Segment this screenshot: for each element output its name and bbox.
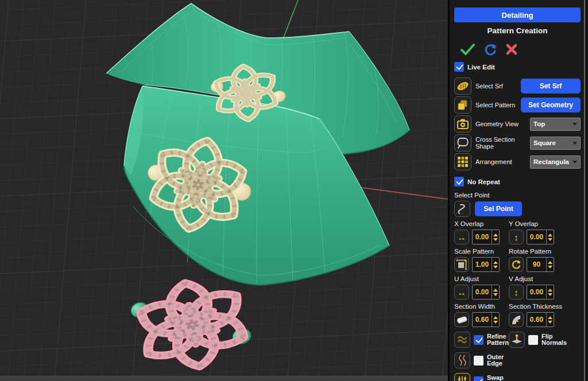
- v-adjust-spinner[interactable]: [546, 285, 554, 299]
- refine-pattern-label: Refine Pattern: [487, 333, 509, 347]
- refine-pattern-icon[interactable]: [454, 332, 470, 348]
- flip-normals-icon[interactable]: [509, 332, 525, 348]
- y-overlap-label: Y Overlap: [509, 220, 563, 228]
- overlap-pair: X Overlap ↔ 0.00 Y Overlap ↕ 0.00: [454, 220, 581, 244]
- x-overlap-icon[interactable]: ↔: [454, 230, 469, 244]
- outer-edge-checkbox[interactable]: [474, 356, 483, 366]
- u-adjust-spinner[interactable]: [492, 285, 499, 299]
- scale-pattern-icon[interactable]: [454, 257, 469, 272]
- cross-section-row: Cross Section Shape Square: [454, 134, 581, 151]
- geometry-view-dropdown[interactable]: Top: [530, 118, 581, 131]
- select-pattern-label: Select Pattern: [475, 102, 517, 108]
- section-width-input[interactable]: 0.60: [472, 312, 500, 327]
- cross-section-label: Cross Section Shape: [475, 136, 526, 150]
- scale-pattern-spinner[interactable]: [492, 258, 499, 271]
- outer-edge-label: Outer Edge: [487, 354, 504, 367]
- curve-icon[interactable]: [454, 201, 470, 217]
- section-width-icon[interactable]: [454, 312, 469, 327]
- section-thickness-input[interactable]: 0.60: [527, 312, 554, 327]
- chevron-down-icon: [572, 142, 577, 145]
- application-window: Detailing Pattern Creation Live Edit: [0, 0, 588, 381]
- pattern-creation-title: Pattern Creation: [454, 26, 581, 35]
- arrangement-value: Rectangula: [533, 158, 572, 165]
- pattern-stack-icon[interactable]: [454, 96, 471, 114]
- section-thickness-spinner[interactable]: [546, 313, 554, 326]
- rotate-pattern-label: Rotate Pattern: [509, 248, 563, 255]
- confirm-icon[interactable]: [460, 42, 475, 56]
- action-icons-row: [460, 42, 581, 57]
- no-repeat-row: No Repeat: [454, 177, 581, 186]
- select-pattern-row: Select Pattern Set Geometry: [454, 96, 581, 114]
- select-point-row: Sel Point: [454, 201, 581, 217]
- u-adjust-icon[interactable]: ↔: [454, 285, 469, 300]
- y-overlap-icon[interactable]: ↕: [509, 230, 524, 244]
- detailing-header-button[interactable]: Detailing: [454, 7, 581, 22]
- u-adjust-input[interactable]: 0.00: [472, 285, 500, 300]
- section-thickness-label: Section Thickness: [509, 303, 563, 310]
- refine-flip-row: Refine Pattern Flip Normals: [454, 332, 581, 348]
- scale-pattern-input[interactable]: 1.00: [472, 257, 500, 272]
- arrangement-label: Arrangement: [475, 158, 526, 165]
- chevron-down-icon: [572, 161, 577, 164]
- panel-right-edge: [584, 0, 588, 381]
- live-edit-checkbox[interactable]: [454, 62, 464, 72]
- outer-edge-row: Outer Edge: [454, 352, 581, 368]
- rotate-pattern-spinner[interactable]: [546, 258, 554, 271]
- set-srf-button[interactable]: Set Srf: [521, 79, 581, 94]
- v-adjust-input[interactable]: 0.00: [527, 285, 554, 300]
- geometry-view-value: Top: [533, 120, 572, 127]
- x-overlap-spinner[interactable]: [492, 230, 499, 244]
- scale-pattern-label: Scale Pattern: [454, 248, 509, 255]
- uv-adjust-pair: U Adjust ↔ 0.00 V Adjust ↕ 0.00: [454, 275, 581, 300]
- v-adjust-icon[interactable]: ↕: [509, 285, 524, 300]
- cross-section-value: Square: [533, 139, 572, 146]
- cancel-icon[interactable]: [505, 43, 518, 56]
- cross-section-icon[interactable]: [454, 134, 471, 151]
- x-overlap-label: X Overlap: [454, 220, 509, 228]
- swap-uv-checkbox[interactable]: [474, 376, 483, 381]
- no-repeat-checkbox[interactable]: [454, 177, 464, 186]
- live-edit-row: Live Edit: [454, 62, 581, 72]
- section-width-label: Section Width: [454, 303, 509, 310]
- section-pair: Section Width 0.60 Section Thickness: [454, 303, 581, 327]
- cross-section-dropdown[interactable]: Square: [530, 137, 581, 150]
- v-adjust-label: V Adjust: [509, 275, 563, 283]
- select-srf-row: Select Srf Set Srf: [454, 77, 581, 95]
- swap-uv-icon[interactable]: [454, 373, 470, 381]
- chevron-down-icon: [572, 123, 577, 126]
- flip-normals-checkbox[interactable]: [528, 335, 538, 345]
- outer-edge-icon[interactable]: [454, 352, 470, 368]
- select-srf-label: Select Srf: [475, 83, 517, 90]
- section-width-spinner[interactable]: [492, 313, 499, 326]
- select-point-label: Select Point: [454, 192, 581, 199]
- geometry-view-row: Geometry View Top: [454, 115, 581, 133]
- y-overlap-spinner[interactable]: [546, 230, 554, 244]
- rotate-pattern-input[interactable]: 90: [527, 257, 554, 272]
- set-geometry-button[interactable]: Set Geometry: [521, 98, 581, 112]
- swap-uv-row: Swap UV: [454, 373, 581, 381]
- section-thickness-icon[interactable]: [509, 312, 524, 327]
- geometry-view-label: Geometry View: [475, 120, 526, 127]
- viewport-bottom-strip: [0, 376, 448, 381]
- surface-icon[interactable]: [454, 77, 471, 95]
- arrangement-dropdown[interactable]: Rectangula: [530, 155, 581, 169]
- 3d-viewport[interactable]: [0, 0, 448, 381]
- scale-rotate-pair: Scale Pattern 1.00: [454, 248, 581, 272]
- refresh-icon[interactable]: [483, 42, 497, 56]
- arrangement-grid-icon[interactable]: [454, 153, 471, 170]
- flip-normals-label: Flip Normals: [541, 333, 567, 347]
- u-adjust-label: U Adjust: [454, 275, 509, 283]
- arrangement-row: Arrangement Rectangula: [454, 153, 581, 170]
- refine-pattern-checkbox[interactable]: [474, 335, 483, 345]
- no-repeat-label: No Repeat: [467, 178, 500, 185]
- sel-point-button[interactable]: Sel Point: [475, 201, 522, 216]
- detailing-panel: Detailing Pattern Creation Live Edit: [448, 0, 584, 381]
- y-overlap-input[interactable]: 0.00: [527, 230, 554, 244]
- x-overlap-input[interactable]: 0.00: [472, 230, 500, 244]
- swap-uv-label: Swap UV: [487, 375, 504, 381]
- camera-icon[interactable]: [454, 115, 471, 133]
- live-edit-label: Live Edit: [467, 64, 495, 71]
- rotate-pattern-icon[interactable]: [509, 257, 524, 272]
